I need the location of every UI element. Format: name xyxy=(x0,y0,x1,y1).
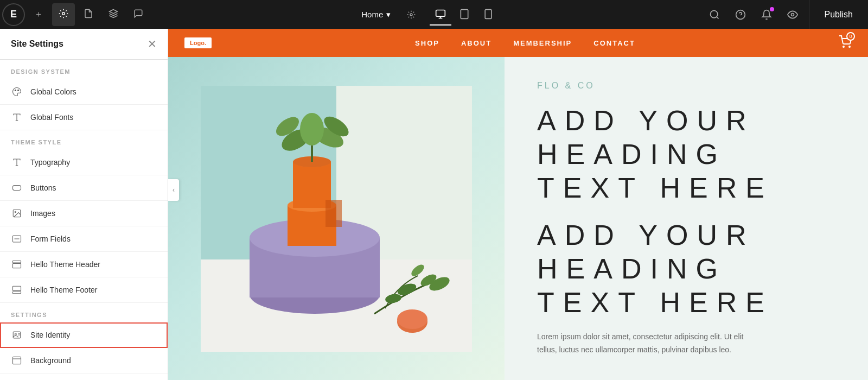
hero-content-area: FLO & CO ADD YOUR HEADING TEXT HERE ADD … xyxy=(505,57,868,380)
sidebar-collapse-handle[interactable]: ‹ xyxy=(168,179,179,201)
site-settings-panel: Site Settings ✕ DESIGN SYSTEM Global Col… xyxy=(0,29,168,380)
form-fields-icon xyxy=(11,233,23,245)
settings-panel-button[interactable] xyxy=(52,3,75,26)
background-icon xyxy=(11,354,23,366)
svg-point-2 xyxy=(410,14,412,16)
svg-rect-46 xyxy=(326,200,342,227)
canvas-area: Logo. SHOP ABOUT MEMBERSHIP CONTACT 0 xyxy=(168,29,868,380)
cart-button[interactable]: 0 xyxy=(839,35,852,51)
device-switcher xyxy=(430,4,499,26)
hello-theme-header-icon xyxy=(11,258,23,270)
svg-point-0 xyxy=(62,12,65,15)
toolbar-right: Publish xyxy=(705,0,868,29)
sidebar-close-button[interactable]: ✕ xyxy=(148,39,157,49)
home-label: Home xyxy=(361,10,383,19)
global-colors-icon xyxy=(11,86,23,98)
site-nav: SHOP ABOUT MEMBERSHIP CONTACT xyxy=(415,39,635,47)
brand-name: FLO & CO xyxy=(537,81,835,91)
site-identity-icon xyxy=(11,329,23,341)
hero-background xyxy=(168,57,505,380)
images-icon xyxy=(11,207,23,219)
sidebar-item-typography[interactable]: Typography xyxy=(0,150,168,175)
svg-rect-24 xyxy=(13,261,21,263)
elementor-logo[interactable]: E xyxy=(2,3,25,26)
tablet-view-button[interactable] xyxy=(454,4,475,26)
svg-rect-26 xyxy=(13,286,21,290)
design-system-label: DESIGN SYSTEM xyxy=(0,60,168,79)
heading-line3: TEXT HERE xyxy=(537,172,773,204)
add-element-button[interactable]: ＋ xyxy=(27,3,50,26)
sidebar-item-hello-theme-footer[interactable]: Hello Theme Footer xyxy=(0,277,168,303)
preview-button[interactable] xyxy=(783,5,802,24)
plant-illustration xyxy=(201,86,472,352)
pages-button[interactable] xyxy=(77,3,100,26)
logo-letter: E xyxy=(10,9,17,20)
heading-1: ADD YOUR HEADING TEXT HERE xyxy=(537,104,835,205)
chevron-left-icon: ‹ xyxy=(173,186,175,194)
nav-shop[interactable]: SHOP xyxy=(415,39,439,47)
nav-about[interactable]: ABOUT xyxy=(461,39,492,47)
top-toolbar: E ＋ xyxy=(0,0,868,29)
desktop-view-button[interactable] xyxy=(430,4,451,26)
layers-button[interactable] xyxy=(102,3,125,26)
svg-rect-32 xyxy=(13,357,21,364)
pages-icon xyxy=(84,9,93,21)
heading2-line3: TEXT HERE xyxy=(537,287,773,318)
plus-icon: ＋ xyxy=(34,9,43,20)
svg-point-60 xyxy=(397,309,427,329)
sidebar-item-form-fields[interactable]: Form Fields xyxy=(0,226,168,252)
form-fields-label: Form Fields xyxy=(30,235,71,243)
svg-rect-8 xyxy=(485,9,492,18)
sidebar-item-global-fonts[interactable]: Global Fonts xyxy=(0,105,168,130)
chat-icon xyxy=(133,9,143,21)
theme-style-label: THEME STYLE xyxy=(0,130,168,150)
buttons-icon xyxy=(11,182,23,194)
global-colors-label: Global Colors xyxy=(30,87,76,96)
help-button[interactable] xyxy=(731,5,750,24)
sidebar-item-global-colors[interactable]: Global Colors xyxy=(0,79,168,105)
page-settings-button[interactable] xyxy=(401,5,421,24)
svg-marker-1 xyxy=(110,9,118,14)
heading-line1: ADD YOUR xyxy=(537,105,755,136)
chat-button[interactable] xyxy=(127,3,150,26)
svg-point-10 xyxy=(710,10,717,17)
body-text: Lorem ipsum dolor sit amet, consectetur … xyxy=(537,331,754,357)
settings-icon xyxy=(59,9,68,21)
nav-contact[interactable]: CONTACT xyxy=(593,39,635,47)
search-button[interactable] xyxy=(705,5,724,24)
sidebar-item-site-identity[interactable]: Site Identity xyxy=(0,322,168,348)
layers-icon xyxy=(108,9,118,21)
svg-rect-25 xyxy=(13,264,21,268)
sidebar-item-hello-theme-header[interactable]: Hello Theme Header xyxy=(0,252,168,277)
background-label: Background xyxy=(30,356,71,365)
global-fonts-icon xyxy=(11,111,23,123)
svg-rect-3 xyxy=(436,10,445,16)
sidebar-item-background[interactable]: Background xyxy=(0,348,168,373)
hero-image-area xyxy=(168,57,505,380)
svg-point-21 xyxy=(15,211,16,212)
publish-button[interactable]: Publish xyxy=(809,0,868,29)
notification-badge xyxy=(770,7,774,11)
nav-membership[interactable]: MEMBERSHIP xyxy=(513,39,572,47)
settings-label: SETTINGS xyxy=(0,303,168,322)
sidebar-item-buttons[interactable]: Buttons xyxy=(0,175,168,201)
hero-section: FLO & CO ADD YOUR HEADING TEXT HERE ADD … xyxy=(168,57,868,380)
main-area: Site Settings ✕ DESIGN SYSTEM Global Col… xyxy=(0,29,868,380)
svg-rect-19 xyxy=(13,186,21,191)
typography-label: Typography xyxy=(30,158,70,167)
svg-rect-44 xyxy=(293,162,331,208)
notifications-button[interactable] xyxy=(757,5,776,24)
svg-rect-27 xyxy=(13,292,21,294)
preview-frame: Logo. SHOP ABOUT MEMBERSHIP CONTACT 0 xyxy=(168,29,868,380)
mobile-view-button[interactable] xyxy=(477,4,499,26)
sidebar-header: Site Settings ✕ xyxy=(0,29,168,60)
global-fonts-label: Global Fonts xyxy=(30,113,73,122)
toolbar-center: Home ▾ xyxy=(355,4,499,26)
sidebar-title: Site Settings xyxy=(11,39,63,49)
site-logo[interactable]: Logo. xyxy=(184,37,212,48)
sidebar-item-images[interactable]: Images xyxy=(0,201,168,226)
home-page-dropdown[interactable]: Home ▾ xyxy=(355,7,397,23)
hello-theme-footer-icon xyxy=(11,284,23,296)
svg-point-16 xyxy=(18,90,19,91)
site-header: Logo. SHOP ABOUT MEMBERSHIP CONTACT 0 xyxy=(168,29,868,57)
